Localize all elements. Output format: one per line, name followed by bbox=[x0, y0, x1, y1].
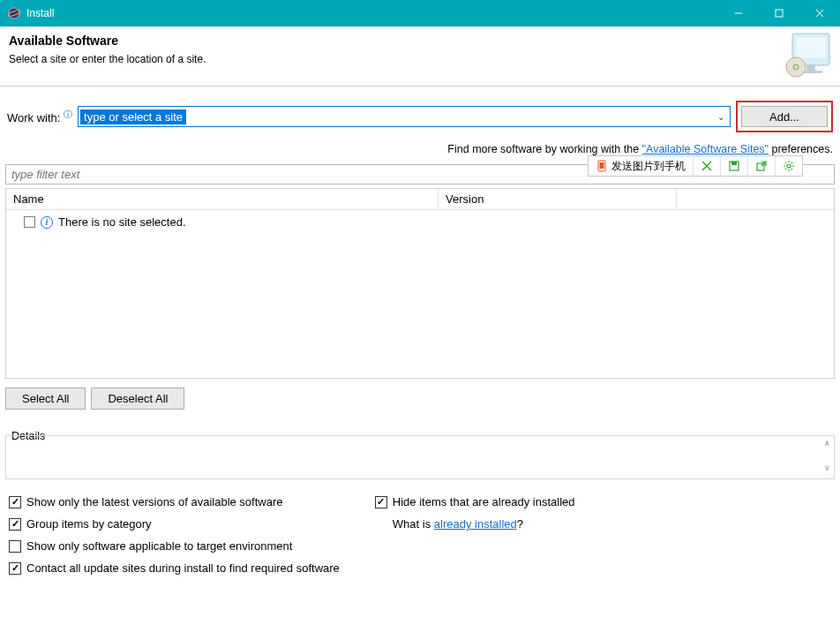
window-controls bbox=[718, 0, 840, 26]
option-checkbox[interactable] bbox=[9, 496, 21, 508]
overlay-settings-icon[interactable] bbox=[776, 156, 802, 176]
col-version[interactable]: Version bbox=[439, 190, 677, 208]
window-title: Install bbox=[26, 7, 54, 19]
options-area: Show only the latest versions of availab… bbox=[0, 479, 840, 575]
svg-point-20 bbox=[787, 164, 791, 168]
add-button-highlight: Add... bbox=[736, 101, 833, 132]
details-box: ∧ ∨ bbox=[5, 435, 835, 479]
svg-line-28 bbox=[791, 162, 792, 163]
svg-line-27 bbox=[785, 169, 786, 169]
already-installed-link[interactable]: already installed bbox=[434, 517, 517, 531]
svg-point-11 bbox=[793, 64, 799, 70]
option-checkbox[interactable] bbox=[9, 562, 21, 575]
option-row[interactable]: Show only the latest versions of availab… bbox=[9, 495, 340, 508]
option-label: Show only the latest versions of availab… bbox=[26, 495, 283, 508]
close-button[interactable] bbox=[799, 0, 840, 26]
scroll-up-icon: ∧ bbox=[824, 439, 830, 448]
option-row[interactable]: Show only software applicable to target … bbox=[9, 539, 340, 553]
header: Available Software Select a site or ente… bbox=[0, 26, 840, 87]
svg-line-26 bbox=[791, 169, 792, 169]
option-row[interactable]: Contact all update sites during install … bbox=[9, 561, 340, 575]
software-table: Name Version i There is no site selected… bbox=[5, 188, 835, 379]
svg-rect-13 bbox=[600, 162, 604, 169]
details-group: Details ∧ ∨ bbox=[5, 422, 835, 479]
wizard-logo bbox=[784, 30, 835, 84]
option-checkbox[interactable] bbox=[9, 518, 21, 531]
table-header: Name Version bbox=[6, 189, 834, 210]
deselect-all-button[interactable]: Deselect All bbox=[91, 388, 184, 410]
option-row[interactable]: Group items by category bbox=[9, 517, 340, 531]
chevron-down-icon[interactable]: ⌄ bbox=[712, 112, 730, 122]
overlay-action-1[interactable] bbox=[694, 156, 721, 176]
svg-line-25 bbox=[785, 162, 786, 163]
what-is-installed: What is already installed? bbox=[375, 517, 575, 531]
col-name[interactable]: Name bbox=[6, 190, 439, 208]
scroll-down-icon: ∨ bbox=[824, 463, 830, 472]
selection-buttons: Select All Deselect All bbox=[0, 379, 840, 418]
watermark: Bai●du 经验 jingyan.baidu.com bbox=[701, 579, 831, 618]
option-checkbox[interactable] bbox=[9, 540, 21, 553]
work-with-label: Work with: ⓘ bbox=[7, 109, 72, 124]
maximize-button[interactable] bbox=[759, 0, 799, 26]
option-label: Group items by category bbox=[26, 517, 152, 531]
options-right-col: Hide items that are already installed Wh… bbox=[375, 495, 575, 575]
svg-rect-8 bbox=[806, 65, 815, 71]
options-left-col: Show only the latest versions of availab… bbox=[9, 495, 340, 575]
minimize-button[interactable] bbox=[718, 0, 759, 26]
overlay-save-icon[interactable] bbox=[721, 156, 748, 176]
work-with-combo[interactable]: type or select a site ⌄ bbox=[78, 106, 731, 127]
overlay-toolbar[interactable]: 发送图片到手机 bbox=[588, 155, 803, 177]
svg-rect-17 bbox=[731, 162, 737, 165]
titlebar: Install bbox=[0, 0, 840, 26]
select-all-button[interactable]: Select All bbox=[5, 388, 86, 410]
info-icon: i bbox=[41, 216, 53, 229]
page-title: Available Software bbox=[9, 34, 831, 48]
overlay-share-icon[interactable] bbox=[748, 156, 776, 176]
svg-rect-3 bbox=[776, 10, 783, 17]
hide-installed-checkbox[interactable] bbox=[375, 496, 387, 508]
option-label: Contact all update sites during install … bbox=[26, 561, 340, 575]
send-to-phone-button[interactable]: 发送图片到手机 bbox=[589, 156, 694, 176]
col-extra bbox=[677, 197, 834, 202]
page-subtitle: Select a site or enter the location of a… bbox=[9, 53, 831, 65]
work-with-selection: type or select a site bbox=[80, 109, 186, 124]
svg-point-0 bbox=[9, 8, 19, 19]
add-button[interactable]: Add... bbox=[741, 106, 828, 127]
svg-rect-7 bbox=[796, 37, 826, 58]
hide-installed-option[interactable]: Hide items that are already installed bbox=[375, 495, 575, 508]
row-checkbox[interactable] bbox=[24, 216, 35, 228]
available-sites-link[interactable]: "Available Software Sites" bbox=[642, 143, 769, 155]
app-icon bbox=[7, 6, 21, 20]
work-with-row: Work with: ⓘ type or select a site ⌄ Add… bbox=[0, 87, 840, 136]
option-label: Show only software applicable to target … bbox=[26, 539, 292, 553]
info-badge-icon: ⓘ bbox=[64, 109, 72, 119]
no-site-message: There is no site selected. bbox=[58, 215, 186, 229]
table-row[interactable]: i There is no site selected. bbox=[13, 214, 827, 230]
details-scroll[interactable]: ∧ ∨ bbox=[824, 439, 830, 472]
